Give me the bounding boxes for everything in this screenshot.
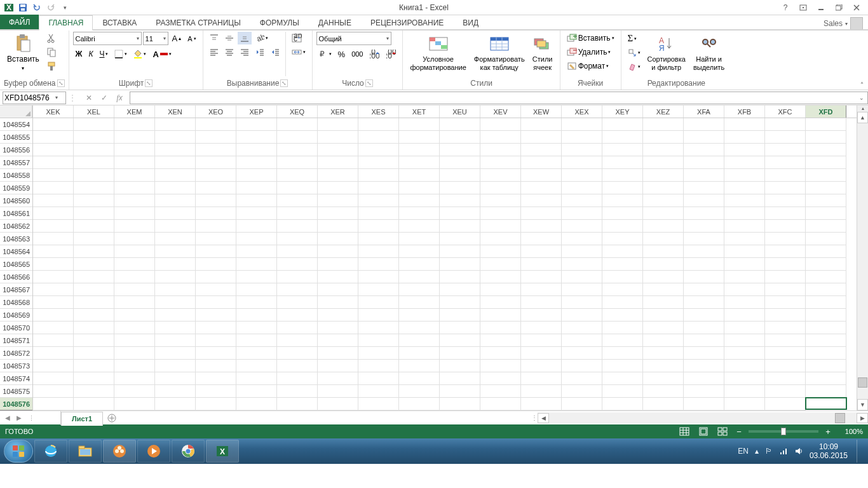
cell[interactable] bbox=[765, 194, 806, 207]
cell[interactable] bbox=[399, 283, 440, 296]
cell[interactable] bbox=[602, 398, 643, 410]
cell[interactable] bbox=[399, 296, 440, 309]
cell[interactable] bbox=[236, 118, 277, 131]
increase-font-icon[interactable]: A▴ bbox=[170, 32, 184, 45]
align-top-icon[interactable] bbox=[207, 32, 221, 44]
cell[interactable] bbox=[196, 296, 236, 309]
scroll-up-icon[interactable]: ▲ bbox=[857, 112, 868, 123]
cell[interactable] bbox=[74, 131, 114, 144]
cell[interactable] bbox=[684, 245, 724, 258]
column-header[interactable]: XER bbox=[318, 105, 358, 118]
cell[interactable] bbox=[480, 360, 521, 372]
cell[interactable] bbox=[114, 182, 155, 194]
cell[interactable] bbox=[236, 283, 277, 296]
cell[interactable] bbox=[236, 385, 277, 398]
cell[interactable] bbox=[318, 182, 358, 194]
cell[interactable] bbox=[236, 220, 277, 233]
cell[interactable] bbox=[196, 283, 236, 296]
cell[interactable] bbox=[236, 144, 277, 156]
cell[interactable] bbox=[643, 258, 684, 271]
cell[interactable] bbox=[643, 131, 684, 144]
number-dialog-icon[interactable]: ⤡ bbox=[365, 79, 373, 87]
cell[interactable] bbox=[440, 144, 480, 156]
cell[interactable] bbox=[602, 334, 643, 347]
cell[interactable] bbox=[196, 245, 236, 258]
decrease-font-icon[interactable]: A▾ bbox=[185, 32, 198, 45]
cell[interactable] bbox=[196, 169, 236, 182]
cell[interactable] bbox=[318, 271, 358, 283]
cell[interactable] bbox=[724, 322, 765, 334]
cell[interactable] bbox=[74, 347, 114, 360]
cell[interactable] bbox=[684, 296, 724, 309]
cell[interactable] bbox=[521, 283, 562, 296]
cell[interactable] bbox=[74, 207, 114, 220]
cell[interactable] bbox=[765, 118, 806, 131]
cell[interactable] bbox=[33, 169, 74, 182]
cell[interactable] bbox=[806, 156, 846, 169]
cell[interactable] bbox=[196, 347, 236, 360]
cell[interactable] bbox=[155, 131, 196, 144]
cell[interactable] bbox=[358, 283, 399, 296]
column-header[interactable]: XEP bbox=[236, 105, 277, 118]
column-header[interactable]: XET bbox=[399, 105, 440, 118]
cell[interactable] bbox=[643, 220, 684, 233]
cell[interactable] bbox=[562, 131, 602, 144]
tab-view[interactable]: ВИД bbox=[453, 15, 488, 30]
column-header[interactable]: XEZ bbox=[643, 105, 684, 118]
taskbar-media-icon[interactable] bbox=[137, 440, 170, 463]
flag-icon[interactable]: 🏳 bbox=[765, 447, 773, 456]
cell[interactable] bbox=[155, 169, 196, 182]
cell[interactable] bbox=[440, 322, 480, 334]
taskbar-app1-icon[interactable] bbox=[103, 440, 136, 463]
cell[interactable] bbox=[318, 334, 358, 347]
cell[interactable] bbox=[643, 169, 684, 182]
cell[interactable] bbox=[399, 220, 440, 233]
cell[interactable] bbox=[643, 233, 684, 245]
taskbar-excel-icon[interactable]: X bbox=[206, 440, 239, 463]
cell[interactable] bbox=[724, 220, 765, 233]
cell[interactable] bbox=[602, 271, 643, 283]
cell[interactable] bbox=[196, 220, 236, 233]
cell[interactable] bbox=[724, 258, 765, 271]
cell[interactable] bbox=[440, 283, 480, 296]
cell[interactable] bbox=[196, 194, 236, 207]
cell[interactable] bbox=[602, 258, 643, 271]
cell[interactable] bbox=[358, 156, 399, 169]
cell[interactable] bbox=[480, 194, 521, 207]
cell[interactable] bbox=[684, 182, 724, 194]
cell[interactable] bbox=[562, 283, 602, 296]
cell[interactable] bbox=[277, 169, 318, 182]
cell[interactable] bbox=[399, 144, 440, 156]
scroll-down-icon[interactable]: ▼ bbox=[857, 399, 868, 410]
cell[interactable] bbox=[684, 322, 724, 334]
cell[interactable] bbox=[521, 334, 562, 347]
cell[interactable] bbox=[684, 156, 724, 169]
tab-formulas[interactable]: ФОРМУЛЫ bbox=[250, 15, 309, 30]
undo-icon[interactable] bbox=[31, 1, 43, 14]
borders-button[interactable]: ▾ bbox=[112, 48, 130, 60]
cell[interactable] bbox=[440, 271, 480, 283]
cell[interactable] bbox=[480, 283, 521, 296]
zoom-percent[interactable]: 100% bbox=[837, 428, 863, 435]
scroll-left-icon[interactable]: ◀ bbox=[538, 413, 549, 423]
cancel-icon[interactable]: ✕ bbox=[81, 92, 97, 104]
cell[interactable] bbox=[440, 296, 480, 309]
cell[interactable] bbox=[480, 322, 521, 334]
cell[interactable] bbox=[114, 118, 155, 131]
cell[interactable] bbox=[196, 334, 236, 347]
format-as-table-button[interactable]: Форматировать как таблицу bbox=[471, 32, 528, 74]
cell[interactable] bbox=[114, 245, 155, 258]
font-size-combo[interactable]: 11▾ bbox=[143, 32, 168, 45]
cell[interactable] bbox=[440, 334, 480, 347]
cell[interactable] bbox=[196, 398, 236, 410]
cell[interactable] bbox=[806, 360, 846, 372]
insert-cells-button[interactable]: Вставить▾ bbox=[564, 32, 617, 44]
cell[interactable] bbox=[358, 309, 399, 322]
cell[interactable] bbox=[643, 360, 684, 372]
cell[interactable] bbox=[684, 360, 724, 372]
cell[interactable] bbox=[74, 385, 114, 398]
cell[interactable] bbox=[155, 271, 196, 283]
cell[interactable] bbox=[236, 372, 277, 385]
cell[interactable] bbox=[318, 144, 358, 156]
redo-icon[interactable] bbox=[44, 1, 57, 14]
